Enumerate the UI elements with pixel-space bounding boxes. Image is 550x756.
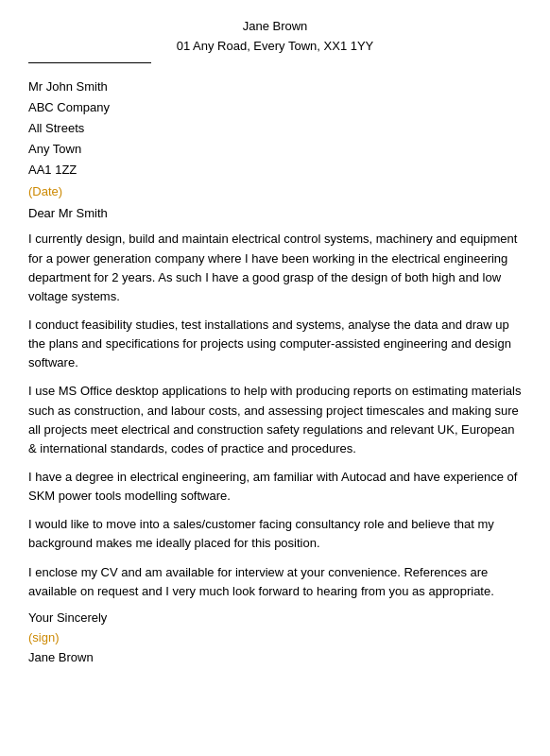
sender-name-footer: Jane Brown xyxy=(28,650,522,664)
recipient-name: Mr John Smith xyxy=(28,77,522,97)
recipient-postcode: AA1 1ZZ xyxy=(28,160,522,180)
divider-line xyxy=(28,62,151,63)
paragraph-6: I enclose my CV and am available for int… xyxy=(28,563,522,601)
salutation: Dear Mr Smith xyxy=(28,206,522,220)
paragraph-5: I would like to move into a sales/custom… xyxy=(28,515,522,553)
recipient-town: Any Town xyxy=(28,139,522,160)
paragraph-4: I have a degree in electrical engineerin… xyxy=(28,468,522,506)
recipient-street: All Streets xyxy=(28,118,522,139)
sender-address: 01 Any Road, Every Town, XX1 1YY xyxy=(28,39,522,53)
sender-name: Jane Brown xyxy=(28,19,522,33)
recipient-block: Mr John Smith ABC Company All Streets An… xyxy=(28,77,522,180)
paragraph-2: I conduct feasibility studies, test inst… xyxy=(28,316,522,372)
paragraph-1: I currently design, build and maintain e… xyxy=(28,230,522,306)
header-section: Jane Brown 01 Any Road, Every Town, XX1 … xyxy=(28,19,522,53)
paragraph-3: I use MS Office desktop applications to … xyxy=(28,382,522,458)
letter-container: Jane Brown 01 Any Road, Every Town, XX1 … xyxy=(28,19,522,664)
sign-line: (sign) xyxy=(28,630,522,644)
recipient-company: ABC Company xyxy=(28,97,522,118)
date-line: (Date) xyxy=(28,184,522,198)
closing: Your Sincerely xyxy=(28,610,522,625)
